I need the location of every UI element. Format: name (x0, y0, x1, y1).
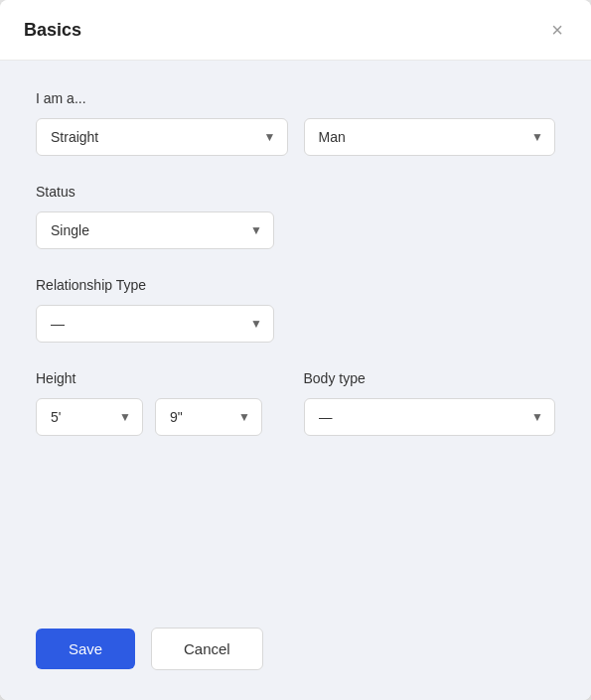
body-type-select[interactable]: — Slim Athletic Average Curvy Full-figur… (304, 398, 556, 436)
orientation-select-wrapper: Straight Gay Bisexual Other ▼ (36, 118, 288, 156)
orientation-select[interactable]: Straight Gay Bisexual Other (36, 118, 288, 156)
i-am-a-section: I am a... Straight Gay Bisexual Other ▼ (36, 90, 555, 156)
status-field: Single In a relationship Married Divorce… (36, 211, 274, 249)
status-select[interactable]: Single In a relationship Married Divorce… (36, 211, 274, 249)
relationship-type-select-wrapper: — Monogamous Open Casual Unsure ▼ (36, 305, 274, 343)
gender-select-wrapper: Man Woman Non-binary Other ▼ (304, 118, 556, 156)
orientation-field: Straight Gay Bisexual Other ▼ (36, 118, 288, 156)
modal: Basics × I am a... Straight Gay Bisexual… (0, 0, 591, 700)
modal-footer: Save Cancel (0, 628, 591, 700)
close-button[interactable]: × (547, 16, 567, 44)
height-section: Height 4' 5' 6' 7' ▼ (36, 370, 288, 436)
height-inputs: 4' 5' 6' 7' ▼ 0" 1" (36, 398, 288, 436)
gender-field: Man Woman Non-binary Other ▼ (304, 118, 556, 156)
inches-field: 0" 1" 2" 3" 4" 5" 6" 7" 8" 9" 10" (155, 398, 262, 436)
i-am-a-row: Straight Gay Bisexual Other ▼ Man Woman (36, 118, 555, 156)
inches-select-wrapper: 0" 1" 2" 3" 4" 5" 6" 7" 8" 9" 10" (155, 398, 262, 436)
modal-header: Basics × (0, 0, 591, 61)
feet-field: 4' 5' 6' 7' ▼ (36, 398, 143, 436)
cancel-button[interactable]: Cancel (151, 628, 263, 670)
feet-select-wrapper: 4' 5' 6' 7' ▼ (36, 398, 143, 436)
relationship-type-label: Relationship Type (36, 277, 555, 293)
i-am-a-label: I am a... (36, 90, 555, 106)
relationship-type-select[interactable]: — Monogamous Open Casual Unsure (36, 305, 274, 343)
status-section: Status Single In a relationship Married … (36, 184, 555, 249)
save-button[interactable]: Save (36, 629, 135, 669)
modal-title: Basics (24, 20, 81, 41)
height-body-row: Height 4' 5' 6' 7' ▼ (36, 370, 555, 436)
relationship-type-section: Relationship Type — Monogamous Open Casu… (36, 277, 555, 343)
body-type-label: Body type (304, 370, 556, 386)
modal-body: I am a... Straight Gay Bisexual Other ▼ (0, 61, 591, 628)
inches-select[interactable]: 0" 1" 2" 3" 4" 5" 6" 7" 8" 9" 10" (155, 398, 262, 436)
gender-select[interactable]: Man Woman Non-binary Other (304, 118, 556, 156)
body-type-section: Body type — Slim Athletic Average Curvy … (304, 370, 556, 436)
relationship-type-field: — Monogamous Open Casual Unsure ▼ (36, 305, 274, 343)
status-select-wrapper: Single In a relationship Married Divorce… (36, 211, 274, 249)
height-label: Height (36, 370, 288, 386)
body-type-select-wrapper: — Slim Athletic Average Curvy Full-figur… (304, 398, 556, 436)
status-label: Status (36, 184, 555, 200)
feet-select[interactable]: 4' 5' 6' 7' (36, 398, 143, 436)
